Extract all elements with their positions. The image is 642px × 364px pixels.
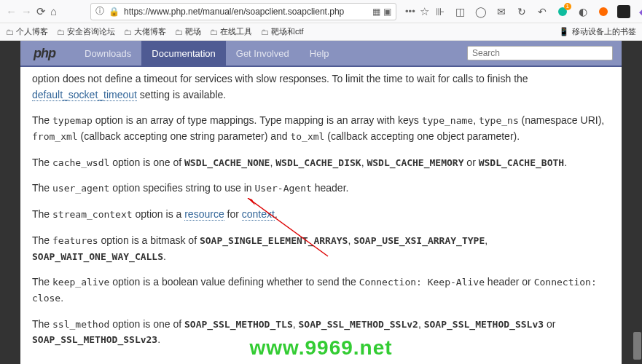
nav-get-involved[interactable]: Get Involved (226, 41, 300, 66)
browser-toolbar: ← → ⟳ ⌂ ⓘ 🔒 https://www.php.net/manual/e… (0, 0, 642, 23)
link-context[interactable]: context (242, 208, 275, 221)
lock-icon: 🔒 (109, 7, 120, 17)
nav-downloads[interactable]: Downloads (74, 41, 141, 66)
folder-icon: 🗀 (175, 28, 183, 36)
undo-icon[interactable]: ↶ (536, 5, 549, 18)
nav-help[interactable]: Help (300, 41, 340, 66)
paragraph: The features option is a bitmask of SOAP… (32, 233, 610, 264)
nav-documentation[interactable]: Documentation (141, 41, 225, 66)
bookmark-item[interactable]: 🗀大佬博客 (124, 26, 166, 37)
php-logo[interactable]: php (34, 46, 55, 61)
ext-purple-icon[interactable]: ◆5 (638, 5, 642, 18)
extension-icons: ⊪ ◫ ◯ ✉ ↻ ↶ 1 ◐ ◆5 ≡ (434, 5, 642, 18)
mobile-icon: 📱 (559, 27, 569, 36)
folder-icon: 🗀 (210, 28, 218, 36)
bookmark-bar: 🗀个人博客 🗀安全咨询论坛 🗀大佬博客 🗀靶场 🗀在线工具 🗀靶场和ctf 📱移… (0, 23, 642, 41)
bookmark-item[interactable]: 🗀靶场 (175, 26, 201, 37)
page-viewport: php Downloads Documentation Get Involved… (0, 41, 642, 364)
back-button[interactable]: ← (6, 4, 17, 20)
ext-dark-icon[interactable] (617, 5, 630, 18)
site-search (467, 46, 613, 60)
folder-icon: 🗀 (57, 28, 65, 36)
ext-teal-icon[interactable]: 1 (556, 5, 569, 18)
scrollbar[interactable] (633, 41, 642, 364)
account-icon[interactable]: ◯ (474, 5, 488, 18)
privacy-icon[interactable]: ◐ (576, 5, 590, 18)
paragraph: The cache_wsdl option is one of WSDL_CAC… (32, 155, 610, 171)
bookmark-item[interactable]: 🗀安全咨询论坛 (57, 26, 115, 37)
site-header: php Downloads Documentation Get Involved… (20, 41, 622, 66)
url-bar[interactable]: ⓘ 🔒 https://www.php.net/manual/en/soapcl… (90, 3, 396, 20)
mobile-bookmarks[interactable]: 📱移动设备上的书签 (559, 26, 636, 37)
reader-icon[interactable]: ▣ (383, 7, 391, 17)
scrollbar-thumb[interactable] (633, 332, 641, 360)
chat-icon[interactable]: ✉ (495, 5, 508, 18)
library-icon[interactable]: ⊪ (434, 5, 447, 18)
bookmark-item[interactable]: 🗀在线工具 (210, 26, 252, 37)
folder-icon: 🗀 (261, 28, 269, 36)
folder-icon: 🗀 (124, 28, 132, 36)
paragraph: The keep_alive option is a boolean value… (32, 274, 610, 306)
bookmark-item[interactable]: 🗀靶场和ctf (261, 26, 304, 37)
sidebar-icon[interactable]: ◫ (454, 5, 467, 18)
paragraph: The user_agent option specifies string t… (32, 181, 610, 197)
link-default-socket-timeout[interactable]: default_socket_timeout (32, 89, 137, 101)
forward-button[interactable]: → (21, 4, 32, 20)
url-text: https://www.php.net/manual/en/soapclient… (124, 7, 368, 17)
paragraph: The typemap option is an array of type m… (32, 113, 610, 144)
bookmark-item[interactable]: 🗀个人博客 (6, 26, 48, 37)
bookmark-star-icon[interactable]: ☆ (420, 4, 429, 20)
paragraph: The stream_context option is a resource … (32, 207, 610, 223)
qr-icon[interactable]: ▦ (372, 7, 380, 17)
main-nav: Downloads Documentation Get Involved Hel… (74, 41, 340, 66)
refresh-ext-icon[interactable]: ↻ (515, 5, 528, 18)
link-resource[interactable]: resource (184, 208, 224, 221)
shield-icon: ⓘ (95, 5, 104, 17)
search-input[interactable] (467, 46, 613, 60)
paragraph: The ssl_method option is one of SOAP_SSL… (32, 317, 610, 348)
folder-icon: 🗀 (6, 28, 14, 36)
doc-content: option does not define a timeout for ser… (20, 67, 622, 364)
paragraph: option does not define a timeout for ser… (32, 71, 610, 103)
page-actions-icon[interactable]: ••• (405, 6, 415, 17)
reload-button[interactable]: ⟳ (36, 4, 46, 20)
ext-orange-icon[interactable] (597, 5, 610, 18)
home-button[interactable]: ⌂ (50, 4, 57, 20)
